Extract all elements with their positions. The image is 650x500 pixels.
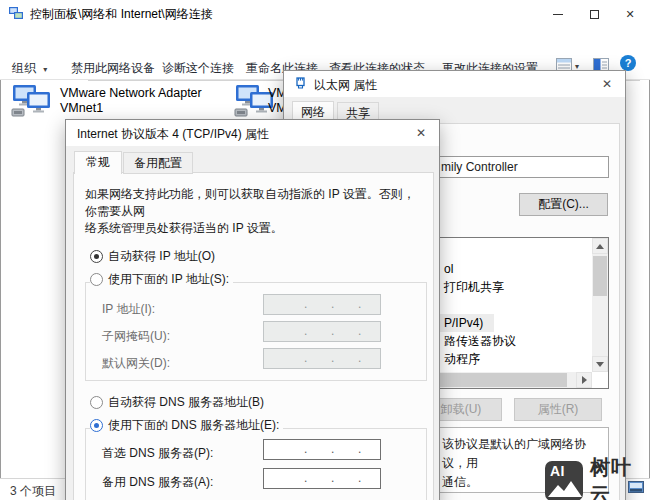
radio-selected-icon [90,419,103,432]
window-title: 控制面板\网络和 Internet\网络连接 [30,6,213,23]
help-button[interactable]: ? [620,55,636,71]
ethernet-dialog-titlebar: 以太网 属性 ✕ [284,71,625,97]
watermark-brand: 树叶云 [590,454,650,500]
radio-manual-dns[interactable]: 使用下面的 DNS 服务器地址(E): [90,417,283,434]
adapter-vmnet1[interactable]: VMware Network Adapter VMnet1 [60,86,202,116]
radio-unselected-icon [90,273,103,286]
octet-separator: . [331,442,334,456]
watermark-logo-icon: AI [545,461,583,500]
tcpip-properties-dialog: Internet 协议版本 4 (TCP/IPv4) 属性 ✕ 常规 备用配置 … [65,119,440,500]
organize-menu[interactable]: 组织 ▾ [12,60,47,77]
help-icon: ? [625,57,632,69]
alternate-dns-label: 备用 DNS 服务器(A): [102,474,213,491]
close-icon: ✕ [602,77,612,91]
octet-separator: . [304,324,307,338]
tab-alternate-config[interactable]: 备用配置 [123,152,193,174]
close-icon: ✕ [416,126,426,140]
scroll-up-button[interactable] [592,238,608,254]
octet-separator: . [304,471,307,485]
address-bar: ← → ⌄ ↑ › 控制面板 › 网络和 Internet › 网络连接 ⌄ ↻ [0,28,650,56]
watermark: AI 树叶云 [545,454,650,500]
radio-auto-dns-label: 自动获得 DNS 服务器地址(B) [108,394,264,411]
watermark-logo-text: AI [550,463,565,479]
toolbar-diagnose-connection[interactable]: 诊断这个连接 [162,60,234,77]
octet-separator: . [304,297,307,311]
radio-selected-icon [90,250,103,263]
close-button[interactable]: ✕ [612,0,648,28]
subnet-mask-label: 子网掩码(U): [102,328,170,345]
organize-label: 组织 [12,61,36,75]
intro-line: 络系统管理员处获得适当的 IP 设置。 [85,220,420,237]
default-gateway-field: . . . [263,348,381,369]
items-count: 3 个项目 [10,483,56,500]
octet-separator: . [304,442,307,456]
minimize-icon [553,14,563,15]
tcpip-intro-text: 如果网络支持此功能，则可以获取自动指派的 IP 设置。否则，你需要从网 络系统管… [85,186,420,237]
radio-unselected-icon [90,396,103,409]
network-connections-window: 控制面板\网络和 Internet\网络连接 ✕ ← → ⌄ ↑ › 控制面板 … [0,0,650,500]
radio-manual-dns-label: 使用下面的 DNS 服务器地址(E): [108,417,279,434]
properties-button: 属性(R) [514,398,602,421]
maximize-icon [590,10,599,19]
maximize-button[interactable] [576,0,612,28]
toolbar-disable-device[interactable]: 禁用此网络设备 [71,60,155,77]
mountain-icon [545,479,583,499]
ethernet-icon [294,77,307,90]
subnet-mask-field: . . . [263,321,381,342]
preferred-dns-field[interactable]: . . . [263,439,381,460]
radio-manual-ip-label: 使用下面的 IP 地址(S): [108,271,229,288]
intro-line: 如果网络支持此功能，则可以获取自动指派的 IP 设置。否则，你需要从网 [85,186,420,220]
default-gateway-label: 默认网关(D): [102,355,170,372]
ip-address-label: IP 地址(I): [102,301,155,318]
alternate-dns-field[interactable]: . . . [263,468,381,489]
app-icon [8,6,24,22]
radio-auto-ip-label: 自动获得 IP 地址(O) [108,248,215,265]
close-icon: ✕ [625,8,634,21]
adapter-subname: VMnet1 [60,101,202,116]
configure-button[interactable]: 配置(C)... [519,193,608,216]
scroll-down-button[interactable] [592,356,608,372]
octet-separator: . [304,351,307,365]
octet-separator: . [358,471,361,485]
ip-address-field: . . . [263,294,381,315]
adapter-name: VMware Network Adapter [60,86,202,101]
tcpip-dialog-titlebar: Internet 协议版本 4 (TCP/IPv4) 属性 ✕ [66,120,439,146]
octet-separator: . [331,471,334,485]
minimize-button[interactable] [540,0,576,28]
network-adapter-icon[interactable] [10,84,56,118]
octet-separator: . [331,324,334,338]
radio-auto-ip[interactable]: 自动获得 IP 地址(O) [90,248,219,265]
tcpip-close-button[interactable]: ✕ [406,120,436,146]
scroll-right-icon [582,376,587,384]
tcpip-dialog-title: Internet 协议版本 4 (TCP/IPv4) 属性 [77,126,269,143]
octet-separator: . [331,351,334,365]
ethernet-close-button[interactable]: ✕ [592,71,622,97]
organize-caret-icon: ▾ [43,65,47,74]
picture-icon [628,481,644,493]
octet-separator: . [331,297,334,311]
vertical-scroll-thumb[interactable] [593,256,607,296]
octet-separator: . [358,324,361,338]
vertical-scrollbar[interactable] [592,238,608,372]
scroll-right-button[interactable] [576,372,592,388]
tab-general[interactable]: 常规 [74,151,122,174]
octet-separator: . [358,297,361,311]
title-bar: 控制面板\网络和 Internet\网络连接 ✕ [0,0,650,28]
radio-manual-ip[interactable]: 使用下面的 IP 地址(S): [90,271,233,288]
octet-separator: . [358,442,361,456]
scroll-down-icon [596,362,604,367]
scroll-up-icon [596,244,604,249]
preferred-dns-label: 首选 DNS 服务器(P): [102,445,213,462]
radio-auto-dns[interactable]: 自动获得 DNS 服务器地址(B) [90,394,268,411]
octet-separator: . [358,351,361,365]
ethernet-dialog-title: 以太网 属性 [314,77,377,94]
